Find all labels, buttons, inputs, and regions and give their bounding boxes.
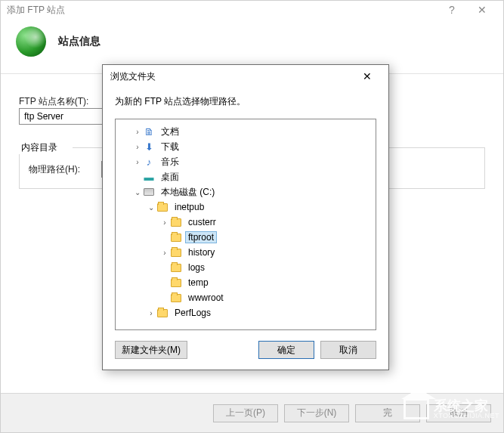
- folder-icon: [170, 292, 182, 304]
- finish-button[interactable]: 完: [355, 404, 420, 422]
- tree-item-label: 下载: [158, 140, 182, 154]
- cancel-button[interactable]: 取消: [320, 341, 376, 359]
- tree-item-label: inetpub: [172, 201, 207, 213]
- chevron-down-icon[interactable]: ⌄: [132, 188, 143, 196]
- tree-item-label: ftproot: [185, 231, 217, 243]
- tree-item[interactable]: ›♪音乐: [119, 154, 373, 169]
- tree-item[interactable]: temp: [119, 275, 373, 290]
- folder-icon: [170, 261, 182, 274]
- prev-button[interactable]: 上一页(P): [213, 404, 278, 422]
- cancel-button-wizard[interactable]: 取消: [426, 404, 491, 422]
- dialog-titlebar[interactable]: 浏览文件夹 ✕: [103, 65, 388, 88]
- site-name-label: FTP 站点名称(T):: [19, 95, 88, 108]
- tree-item[interactable]: ›custerr: [119, 215, 373, 230]
- chevron-right-icon[interactable]: ›: [159, 218, 170, 227]
- tree-item[interactable]: ⌄inetpub: [119, 199, 373, 215]
- tree-item-label: custerr: [185, 216, 219, 228]
- tree-item[interactable]: ›PerfLogs: [119, 305, 373, 320]
- tree-item[interactable]: ⌄本地磁盘 (C:): [119, 184, 373, 199]
- folder-icon: [170, 216, 182, 228]
- folder-icon: [170, 231, 182, 243]
- tree-item[interactable]: ›🗎文档: [119, 124, 373, 139]
- tree-item-label: 音乐: [158, 155, 182, 169]
- chevron-right-icon[interactable]: ›: [132, 128, 143, 136]
- tree-item[interactable]: wwwroot: [119, 290, 373, 305]
- next-button[interactable]: 下一步(N): [284, 404, 349, 422]
- dialog-instruction: 为新的 FTP 站点选择物理路径。: [103, 88, 388, 119]
- download-icon: ⬇: [143, 141, 155, 153]
- folder-icon: [156, 307, 169, 319]
- dialog-button-row: 新建文件夹(M) 确定 取消: [103, 330, 388, 370]
- tree-item-label: PerfLogs: [172, 307, 214, 319]
- disk-icon: [143, 186, 155, 198]
- tree-item-label: temp: [185, 277, 212, 289]
- browse-folder-dialog: 浏览文件夹 ✕ 为新的 FTP 站点选择物理路径。 ›🗎文档›⬇下载›♪音乐▬桌…: [102, 64, 389, 370]
- tree-item[interactable]: ▬桌面: [119, 169, 373, 184]
- tree-item[interactable]: logs: [119, 260, 373, 275]
- help-button[interactable]: ?: [437, 1, 467, 19]
- tree-item[interactable]: ›history: [119, 245, 373, 260]
- tree-item-label: history: [185, 246, 218, 258]
- tree-item[interactable]: ftproot: [119, 230, 373, 245]
- tree-item-label: 桌面: [158, 170, 182, 184]
- tree-item[interactable]: ›⬇下载: [119, 139, 373, 154]
- tree-item-label: wwwroot: [185, 292, 227, 304]
- physical-path-label: 物理路径(H):: [29, 163, 98, 176]
- tree-item-label: logs: [185, 261, 208, 274]
- chevron-right-icon[interactable]: ›: [159, 249, 170, 257]
- wizard-footer: 上一页(P) 下一步(N) 完 取消: [1, 393, 503, 432]
- close-icon[interactable]: ✕: [354, 68, 381, 85]
- folder-tree[interactable]: ›🗎文档›⬇下载›♪音乐▬桌面⌄本地磁盘 (C:)⌄inetpub›custer…: [115, 119, 376, 330]
- globe-icon: [16, 26, 46, 57]
- ok-button[interactable]: 确定: [258, 341, 314, 359]
- wizard-titlebar[interactable]: 添加 FTP 站点 ? ✕: [1, 1, 503, 19]
- new-folder-button[interactable]: 新建文件夹(M): [115, 341, 187, 359]
- wizard-title: 添加 FTP 站点: [7, 4, 65, 17]
- folder-icon: [156, 201, 169, 213]
- chevron-right-icon[interactable]: ›: [146, 309, 156, 317]
- folder-icon: [170, 246, 182, 258]
- music-icon: ♪: [143, 156, 155, 168]
- document-icon: 🗎: [143, 125, 155, 138]
- tree-item-label: 文档: [158, 125, 182, 139]
- content-directory-title: 内容目录: [18, 141, 60, 154]
- folder-icon: [170, 277, 182, 289]
- dialog-title: 浏览文件夹: [110, 70, 156, 83]
- desktop-icon: ▬: [143, 171, 155, 183]
- close-button[interactable]: ✕: [467, 1, 497, 19]
- chevron-right-icon[interactable]: ›: [132, 158, 143, 166]
- wizard-heading: 站点信息: [58, 35, 100, 48]
- chevron-right-icon[interactable]: ›: [132, 143, 143, 151]
- tree-item-label: 本地磁盘 (C:): [158, 185, 218, 199]
- chevron-down-icon[interactable]: ⌄: [146, 203, 156, 212]
